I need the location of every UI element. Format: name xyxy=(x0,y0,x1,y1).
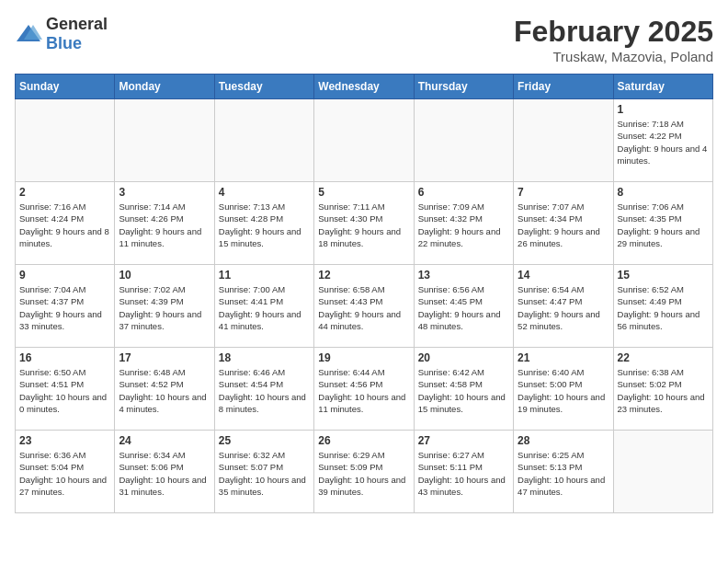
day-number: 28 xyxy=(518,434,609,447)
day-number: 6 xyxy=(418,186,509,199)
calendar-week-row: 16Sunrise: 6:50 AM Sunset: 4:51 PM Dayli… xyxy=(16,348,713,431)
logo-icon xyxy=(15,23,42,45)
column-header-tuesday: Tuesday xyxy=(214,75,313,99)
day-info: Sunrise: 6:42 AM Sunset: 4:58 PM Dayligh… xyxy=(418,366,509,415)
calendar-cell: 28Sunrise: 6:25 AM Sunset: 5:13 PM Dayli… xyxy=(514,431,613,513)
day-number: 1 xyxy=(618,103,709,116)
day-info: Sunrise: 6:58 AM Sunset: 4:43 PM Dayligh… xyxy=(318,283,409,332)
calendar-cell: 17Sunrise: 6:48 AM Sunset: 4:52 PM Dayli… xyxy=(115,348,214,431)
calendar-cell: 22Sunrise: 6:38 AM Sunset: 5:02 PM Dayli… xyxy=(613,348,712,431)
day-info: Sunrise: 6:44 AM Sunset: 4:56 PM Dayligh… xyxy=(318,366,409,415)
day-number: 16 xyxy=(19,351,110,364)
calendar-cell xyxy=(214,99,313,182)
day-number: 15 xyxy=(618,269,709,282)
calendar-cell: 9Sunrise: 7:04 AM Sunset: 4:37 PM Daylig… xyxy=(16,265,115,348)
calendar-cell: 20Sunrise: 6:42 AM Sunset: 4:58 PM Dayli… xyxy=(414,348,513,431)
day-number: 22 xyxy=(618,351,709,364)
calendar-cell: 4Sunrise: 7:13 AM Sunset: 4:28 PM Daylig… xyxy=(214,182,313,265)
column-header-thursday: Thursday xyxy=(414,75,513,99)
header: General Blue February 2025 Truskaw, Mazo… xyxy=(15,15,713,64)
day-number: 21 xyxy=(518,351,609,364)
calendar-cell: 13Sunrise: 6:56 AM Sunset: 4:45 PM Dayli… xyxy=(414,265,513,348)
day-info: Sunrise: 6:54 AM Sunset: 4:47 PM Dayligh… xyxy=(518,283,609,332)
calendar-table: SundayMondayTuesdayWednesdayThursdayFrid… xyxy=(15,74,713,513)
day-info: Sunrise: 6:46 AM Sunset: 4:54 PM Dayligh… xyxy=(219,366,310,415)
column-header-monday: Monday xyxy=(115,75,214,99)
day-info: Sunrise: 7:04 AM Sunset: 4:37 PM Dayligh… xyxy=(19,283,110,332)
calendar-cell: 11Sunrise: 7:00 AM Sunset: 4:41 PM Dayli… xyxy=(214,265,313,348)
day-number: 23 xyxy=(19,434,110,447)
calendar-cell: 15Sunrise: 6:52 AM Sunset: 4:49 PM Dayli… xyxy=(613,265,712,348)
day-number: 20 xyxy=(418,351,509,364)
calendar-week-row: 23Sunrise: 6:36 AM Sunset: 5:04 PM Dayli… xyxy=(16,431,713,513)
calendar-cell: 2Sunrise: 7:16 AM Sunset: 4:24 PM Daylig… xyxy=(16,182,115,265)
calendar-cell xyxy=(314,99,414,182)
calendar-cell: 14Sunrise: 6:54 AM Sunset: 4:47 PM Dayli… xyxy=(514,265,613,348)
calendar-cell: 23Sunrise: 6:36 AM Sunset: 5:04 PM Dayli… xyxy=(16,431,115,513)
day-info: Sunrise: 6:29 AM Sunset: 5:09 PM Dayligh… xyxy=(318,449,409,498)
calendar-cell: 18Sunrise: 6:46 AM Sunset: 4:54 PM Dayli… xyxy=(214,348,313,431)
calendar-cell: 21Sunrise: 6:40 AM Sunset: 5:00 PM Dayli… xyxy=(514,348,613,431)
calendar-cell xyxy=(414,99,513,182)
day-info: Sunrise: 6:52 AM Sunset: 4:49 PM Dayligh… xyxy=(618,283,709,332)
day-info: Sunrise: 6:48 AM Sunset: 4:52 PM Dayligh… xyxy=(119,366,210,415)
calendar-cell: 7Sunrise: 7:07 AM Sunset: 4:34 PM Daylig… xyxy=(514,182,613,265)
day-info: Sunrise: 6:40 AM Sunset: 5:00 PM Dayligh… xyxy=(518,366,609,415)
day-info: Sunrise: 7:06 AM Sunset: 4:35 PM Dayligh… xyxy=(618,201,709,249)
day-info: Sunrise: 6:32 AM Sunset: 5:07 PM Dayligh… xyxy=(219,449,310,498)
column-header-saturday: Saturday xyxy=(613,75,712,99)
day-info: Sunrise: 7:13 AM Sunset: 4:28 PM Dayligh… xyxy=(219,201,310,249)
calendar-cell: 5Sunrise: 7:11 AM Sunset: 4:30 PM Daylig… xyxy=(314,182,414,265)
day-number: 25 xyxy=(219,434,310,447)
calendar-cell: 27Sunrise: 6:27 AM Sunset: 5:11 PM Dayli… xyxy=(414,431,513,513)
day-info: Sunrise: 6:56 AM Sunset: 4:45 PM Dayligh… xyxy=(418,283,509,332)
day-info: Sunrise: 7:11 AM Sunset: 4:30 PM Dayligh… xyxy=(318,201,409,249)
calendar-title: February 2025 xyxy=(514,15,713,49)
logo-general: General xyxy=(46,15,108,33)
calendar-cell: 16Sunrise: 6:50 AM Sunset: 4:51 PM Dayli… xyxy=(16,348,115,431)
calendar-week-row: 2Sunrise: 7:16 AM Sunset: 4:24 PM Daylig… xyxy=(16,182,713,265)
day-info: Sunrise: 7:18 AM Sunset: 4:22 PM Dayligh… xyxy=(618,118,709,167)
calendar-week-row: 9Sunrise: 7:04 AM Sunset: 4:37 PM Daylig… xyxy=(16,265,713,348)
calendar-cell xyxy=(613,431,712,513)
column-header-sunday: Sunday xyxy=(16,75,115,99)
day-number: 8 xyxy=(618,186,709,199)
day-number: 2 xyxy=(19,186,110,199)
calendar-cell xyxy=(16,99,115,182)
calendar-cell: 24Sunrise: 6:34 AM Sunset: 5:06 PM Dayli… xyxy=(115,431,214,513)
day-number: 4 xyxy=(219,186,310,199)
day-number: 26 xyxy=(318,434,409,447)
logo: General Blue xyxy=(15,15,108,53)
logo-blue: Blue xyxy=(46,34,82,52)
day-info: Sunrise: 6:27 AM Sunset: 5:11 PM Dayligh… xyxy=(418,449,509,498)
day-info: Sunrise: 6:38 AM Sunset: 5:02 PM Dayligh… xyxy=(618,366,709,415)
day-number: 3 xyxy=(119,186,210,199)
day-info: Sunrise: 7:00 AM Sunset: 4:41 PM Dayligh… xyxy=(219,283,310,332)
day-number: 10 xyxy=(119,269,210,282)
calendar-cell: 6Sunrise: 7:09 AM Sunset: 4:32 PM Daylig… xyxy=(414,182,513,265)
day-number: 18 xyxy=(219,351,310,364)
day-number: 19 xyxy=(318,351,409,364)
column-header-friday: Friday xyxy=(514,75,613,99)
calendar-cell: 25Sunrise: 6:32 AM Sunset: 5:07 PM Dayli… xyxy=(214,431,313,513)
day-info: Sunrise: 7:09 AM Sunset: 4:32 PM Dayligh… xyxy=(418,201,509,249)
day-info: Sunrise: 6:36 AM Sunset: 5:04 PM Dayligh… xyxy=(19,449,110,498)
day-info: Sunrise: 7:07 AM Sunset: 4:34 PM Dayligh… xyxy=(518,201,609,249)
day-info: Sunrise: 7:02 AM Sunset: 4:39 PM Dayligh… xyxy=(119,283,210,332)
calendar-week-row: 1Sunrise: 7:18 AM Sunset: 4:22 PM Daylig… xyxy=(16,99,713,182)
day-number: 13 xyxy=(418,269,509,282)
calendar-cell: 10Sunrise: 7:02 AM Sunset: 4:39 PM Dayli… xyxy=(115,265,214,348)
day-info: Sunrise: 7:14 AM Sunset: 4:26 PM Dayligh… xyxy=(119,201,210,249)
column-header-wednesday: Wednesday xyxy=(314,75,414,99)
day-number: 17 xyxy=(119,351,210,364)
calendar-cell: 12Sunrise: 6:58 AM Sunset: 4:43 PM Dayli… xyxy=(314,265,414,348)
calendar-cell: 3Sunrise: 7:14 AM Sunset: 4:26 PM Daylig… xyxy=(115,182,214,265)
day-number: 24 xyxy=(119,434,210,447)
calendar-cell: 26Sunrise: 6:29 AM Sunset: 5:09 PM Dayli… xyxy=(314,431,414,513)
title-area: February 2025 Truskaw, Mazovia, Poland xyxy=(514,15,713,64)
day-number: 11 xyxy=(219,269,310,282)
day-number: 14 xyxy=(518,269,609,282)
calendar-header-row: SundayMondayTuesdayWednesdayThursdayFrid… xyxy=(16,75,713,99)
day-number: 9 xyxy=(19,269,110,282)
calendar-cell xyxy=(514,99,613,182)
